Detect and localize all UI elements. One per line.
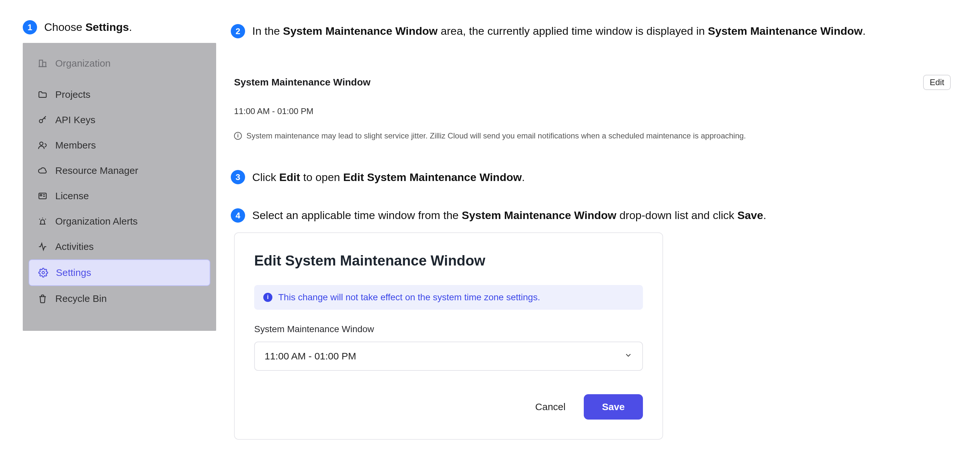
sidebar-item-license[interactable]: License: [29, 183, 210, 209]
edit-button[interactable]: Edit: [923, 75, 951, 90]
chevron-down-icon: [624, 351, 633, 362]
svg-rect-0: [39, 60, 43, 67]
svg-point-6: [40, 194, 42, 196]
sidebar-item-label: License: [55, 191, 89, 202]
step-3-instruction: 3 Click Edit to open Edit System Mainten…: [231, 170, 954, 185]
step-4-bold1: System Maintenance Window: [461, 209, 616, 221]
sidebar-item-label: Activities: [55, 241, 94, 252]
step-2-pre: In the: [252, 25, 283, 37]
smw-time-range: 11:00 AM - 01:00 PM: [234, 106, 951, 116]
sidebar-item-projects[interactable]: Projects: [29, 82, 210, 107]
sidebar-item-api-keys[interactable]: API Keys: [29, 107, 210, 133]
sidebar-item-settings[interactable]: Settings: [29, 259, 210, 286]
sidebar-item-label: API Keys: [55, 114, 95, 125]
step-2-badge: 2: [231, 24, 245, 38]
sidebar-item-label: Members: [55, 140, 96, 151]
edit-system-maintenance-window-dialog: Edit System Maintenance Window i This ch…: [234, 232, 663, 440]
info-icon: i: [263, 293, 272, 302]
activity-icon: [37, 241, 48, 252]
trash-icon: [37, 293, 48, 304]
smw-title: System Maintenance Window: [234, 77, 371, 88]
step-4-post: .: [763, 209, 766, 221]
dropdown-value: 11:00 AM - 01:00 PM: [264, 351, 356, 362]
step-2-bold2: System Maintenance Window: [708, 25, 863, 37]
sidebar-item-label: Recycle Bin: [55, 293, 107, 304]
sidebar-item-label: Resource Manager: [55, 165, 138, 176]
svg-point-4: [40, 142, 43, 145]
step-1-text-bold: Settings: [86, 21, 129, 33]
svg-rect-5: [39, 193, 46, 199]
cancel-button[interactable]: Cancel: [535, 401, 566, 412]
sidebar-item-activities[interactable]: Activities: [29, 234, 210, 259]
step-2-mid: area, the currently applied time window …: [438, 25, 708, 37]
sidebar-item-resource-manager[interactable]: Resource Manager: [29, 158, 210, 183]
step-4-badge: 4: [231, 208, 245, 222]
step-4-instruction: 4 Select an applicable time window from …: [231, 208, 954, 223]
step-1-badge: 1: [23, 20, 37, 35]
info-icon: i: [234, 132, 242, 140]
step-3-pre: Click: [252, 171, 279, 183]
step-1-text-suffix: .: [129, 21, 132, 33]
sidebar-panel: Organization Projects API Keys Members: [23, 43, 216, 331]
maintenance-window-dropdown[interactable]: 11:00 AM - 01:00 PM: [254, 342, 643, 371]
gear-icon: [38, 267, 49, 278]
step-1-text-pre: Choose: [44, 21, 86, 33]
sidebar-item-label: Projects: [55, 89, 91, 100]
sidebar-item-recycle-bin[interactable]: Recycle Bin: [29, 286, 210, 311]
smw-note-text: System maintenance may lead to slight se…: [247, 131, 746, 140]
step-4-pre: Select an applicable time window from th…: [252, 209, 461, 221]
sidebar-item-label: Organization Alerts: [55, 216, 137, 227]
dialog-info-banner: i This change will not take effect on th…: [254, 285, 643, 310]
dialog-info-text: This change will not take effect on the …: [278, 292, 540, 303]
step-3-bold2: Edit System Maintenance Window: [343, 171, 522, 183]
step-4-mid: drop-down list and click: [616, 209, 737, 221]
sidebar-item-organization-alerts[interactable]: Organization Alerts: [29, 209, 210, 234]
step-1-instruction: 1 Choose Settings.: [23, 19, 231, 35]
sidebar-header-label: Organization: [55, 58, 110, 69]
sidebar-header-organization[interactable]: Organization: [29, 51, 210, 76]
sidebar-item-members[interactable]: Members: [29, 133, 210, 158]
sidebar-item-label: Settings: [56, 267, 91, 278]
svg-rect-1: [43, 62, 46, 67]
step-3-bold1: Edit: [279, 171, 300, 183]
folder-icon: [37, 89, 48, 100]
save-button[interactable]: Save: [584, 394, 643, 419]
svg-point-9: [42, 272, 45, 274]
key-icon: [37, 114, 48, 125]
step-2-post: .: [863, 25, 865, 37]
license-icon: [37, 191, 48, 202]
dropdown-label: System Maintenance Window: [254, 324, 643, 334]
cloud-icon: [37, 165, 48, 176]
step-2-bold1: System Maintenance Window: [283, 25, 438, 37]
alert-icon: [37, 216, 48, 227]
step-3-post: .: [522, 171, 525, 183]
step-2-instruction: 2 In the System Maintenance Window area,…: [231, 24, 954, 39]
members-icon: [37, 140, 48, 151]
step-3-mid: to open: [300, 171, 343, 183]
step-4-bold2: Save: [738, 209, 763, 221]
svg-point-3: [39, 119, 43, 122]
organization-icon: [37, 58, 48, 69]
dialog-title: Edit System Maintenance Window: [254, 253, 643, 269]
step-3-badge: 3: [231, 170, 245, 184]
system-maintenance-window-panel: System Maintenance Window Edit 11:00 AM …: [231, 75, 954, 140]
smw-note: i System maintenance may lead to slight …: [234, 131, 951, 140]
